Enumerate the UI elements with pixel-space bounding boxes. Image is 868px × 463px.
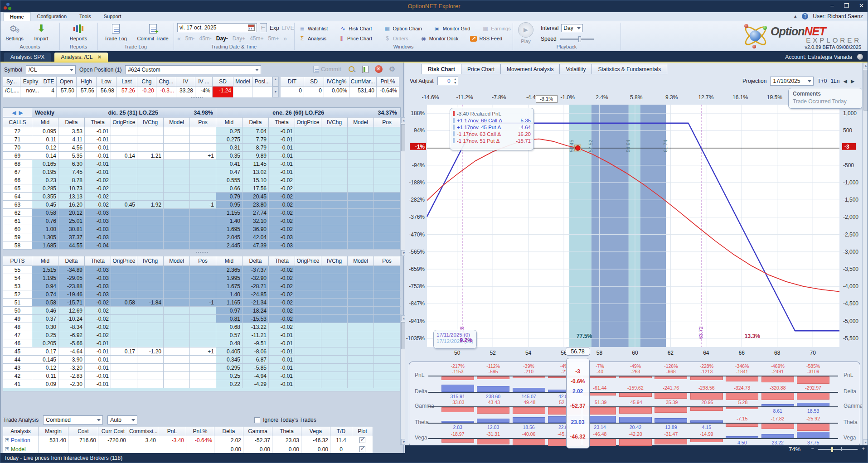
calls-row[interactable]: 710.114.11-0.010.2757.79-0.01 xyxy=(3,135,401,144)
play-button[interactable]: Play xyxy=(518,22,533,44)
chain-col-header[interactable]: Model xyxy=(348,117,374,127)
puts-row[interactable]: 480.30-8.34-0.020.68-13.22-0.02 xyxy=(3,323,401,331)
expiry-header[interactable]: ene. 26 (60) LO.F2634.37% xyxy=(216,108,400,117)
tab-analysis-cl[interactable]: Analysis: /CL✕ xyxy=(54,53,108,62)
quote-col-header[interactable]: DTE xyxy=(41,77,57,87)
watchlist-button[interactable]: ≣Watchlist xyxy=(299,24,328,33)
chain-col-header[interactable]: OrigPrice xyxy=(111,117,137,127)
prev-expiry-icon[interactable]: ◀ xyxy=(12,110,16,116)
chain-col-header[interactable]: Pos xyxy=(190,117,216,127)
analysis-col-header[interactable]: PnL xyxy=(158,426,186,436)
calls-row[interactable]: 581.68544.55-0.042.44547.39-0.03 xyxy=(3,241,401,250)
puts-row[interactable]: 470.25-6.92-0.020.57-11.21-0.01 xyxy=(3,331,401,339)
calls-row[interactable]: 700.124.56-0.010.318.79-0.01 xyxy=(3,144,401,152)
calls-row[interactable]: 670.1957.45-0.010.4713.02-0.01 xyxy=(3,168,401,176)
resize-handle[interactable] xyxy=(196,252,208,254)
settings-button[interactable]: ⚙⚙ Settings xyxy=(2,22,27,41)
chain-col-header[interactable]: IVChg xyxy=(137,117,164,127)
calendar-icon[interactable] xyxy=(248,24,255,31)
quote-col-header[interactable]: IV xyxy=(176,77,195,87)
chain-col-header[interactable]: Mid xyxy=(216,256,242,266)
analysis-col-header[interactable]: Margin xyxy=(39,426,68,436)
chain-col-header[interactable]: Theta xyxy=(85,117,111,127)
chain-col-header[interactable]: IVChg xyxy=(321,117,348,127)
quote-col-header[interactable]: Expiry xyxy=(20,77,41,87)
risk-chart-button[interactable]: ∿Risk Chart xyxy=(339,24,372,33)
prev-arrow-icon[interactable]: ◀ xyxy=(843,78,847,84)
next-arrow-icon[interactable]: ▶ xyxy=(851,78,854,84)
analysis-col-header[interactable]: Commissi... xyxy=(128,426,158,436)
calls-row[interactable]: 650.28510.73-0.020.6617.56-0.02 xyxy=(3,184,401,193)
monitor-grid-button[interactable]: ▣Monitor Grid xyxy=(434,24,470,33)
analysis-col-header[interactable]: Vega xyxy=(301,426,330,436)
quote-col-header[interactable]: Last xyxy=(116,77,137,87)
time-step-5m-[interactable]: 5m- xyxy=(185,35,195,42)
commit-trade-button[interactable]: + Commit Trade xyxy=(135,22,171,41)
quote-col-header[interactable]: Low xyxy=(97,77,116,87)
analysis-col-header[interactable]: Delta xyxy=(214,426,243,436)
calls-row[interactable]: 610.7625.01-0.031.4032.10-0.02 xyxy=(3,217,401,225)
settings-gear-icon[interactable]: ⚙ xyxy=(389,65,395,73)
chain-col-header[interactable]: Delta xyxy=(242,256,269,266)
analysis-col-header[interactable]: Theta xyxy=(272,426,301,436)
quote-col-header[interactable]: IV ... xyxy=(195,77,213,87)
puts-row[interactable]: 520.74-19.46-0.031.40-24.85-0.02 xyxy=(3,290,401,299)
tab-volatility[interactable]: Volatility xyxy=(560,64,592,74)
delete-icon[interactable]: ✕ xyxy=(375,65,383,73)
chain-col-header[interactable]: Theta xyxy=(269,117,295,127)
calls-row[interactable]: 630.4516.20-0.020.451.92-10.9523.80-0.02 xyxy=(3,201,401,209)
zoom-out-icon[interactable]: − xyxy=(811,446,814,451)
reports-button[interactable]: Reports xyxy=(66,22,91,41)
tab-risk-chart[interactable]: Risk Chart xyxy=(422,64,461,74)
grid-view-icon[interactable] xyxy=(362,66,369,73)
search-icon[interactable] xyxy=(348,65,356,73)
quote-scrollbar[interactable]: ▼ xyxy=(272,87,279,97)
chain-col-header[interactable]: IVChg xyxy=(137,256,164,266)
rss-feed-button[interactable]: ↗RSS Feed xyxy=(470,34,502,43)
analysis-mode-select[interactable]: Combined xyxy=(43,415,103,424)
chain-col-header[interactable]: Pos xyxy=(374,117,400,127)
zoom-in-icon[interactable]: + xyxy=(862,446,865,451)
time-step-5m+[interactable]: 5m+ xyxy=(268,35,279,42)
quote-col-header[interactable]: Chg... xyxy=(156,77,176,87)
chain-col-header[interactable]: OrigPrice xyxy=(295,256,321,266)
step-back-icon[interactable]: « xyxy=(177,35,181,42)
quote-row[interactable]: /CL....nov...457.5057.5656.9857.26-0.20-… xyxy=(3,87,399,97)
vol-adjust-spinner[interactable]: 0▲▼ xyxy=(437,77,458,85)
chain-col-header[interactable]: Delta xyxy=(58,117,85,127)
calls-row[interactable]: 660.238.78-0.020.55515.10-0.02 xyxy=(3,176,401,184)
analysis-col-header[interactable]: T/D xyxy=(330,426,352,436)
minimize-button[interactable]: – xyxy=(830,2,834,9)
chain-col-header[interactable]: Mid xyxy=(32,117,58,127)
analysis-row-name[interactable]: Position xyxy=(3,436,39,445)
trade-log-button[interactable]: Trade Log xyxy=(101,22,130,41)
chain-col-header[interactable]: Theta xyxy=(269,256,295,266)
price-chart-button[interactable]: ⫼Price Chart xyxy=(338,34,372,43)
chain-col-header[interactable]: Theta xyxy=(85,256,111,266)
monitor-dock-button[interactable]: ◉Monitor Dock xyxy=(420,34,459,43)
analysis-col-header[interactable]: Plot xyxy=(352,426,373,436)
calls-row[interactable]: 591.30537.37-0.032.04542.04-0.03 xyxy=(3,233,401,241)
analysis-row[interactable]: Position531.40716.60-720.003.40-3.40-0.6… xyxy=(3,436,373,445)
expander-icon[interactable] xyxy=(5,438,9,442)
calls-row[interactable]: 620.5820.12-0.031.15527.74-0.02 xyxy=(3,209,401,217)
quote-col-header[interactable]: CurrMar... xyxy=(349,77,377,87)
tab-statistics-fundamentals[interactable]: Statistics & Fundamentals xyxy=(592,64,667,74)
chain-col-header[interactable]: Delta xyxy=(58,256,85,266)
maximize-button[interactable]: ❒ xyxy=(844,2,849,9)
analysis-col-header[interactable]: PnL% xyxy=(186,426,214,436)
puts-row[interactable]: 420.11-2.83-0.010.25-4.94-0.01 xyxy=(3,372,401,380)
puts-row[interactable]: 510.58-15.71-0.020.58-1.84-11.165-21.34-… xyxy=(3,299,401,307)
expiry-header[interactable]: Weeklydic. 25 (31) LO.Z2534.98% xyxy=(32,108,216,117)
quote-col-header[interactable]: Sy... xyxy=(3,77,20,87)
puts-row[interactable]: 541.195-29.05-0.031.995-32.90-0.02 xyxy=(3,274,401,282)
next-expiry-icon[interactable]: ▶ xyxy=(19,110,24,116)
chain-col-header[interactable]: Model xyxy=(164,256,190,266)
calls-row[interactable]: 720.0953.53-0.010.257.04-0.01 xyxy=(3,127,401,135)
chain-col-header[interactable]: IVChg xyxy=(321,256,348,266)
puts-row[interactable]: 530.94-23.88-0.031.675-28.71-0.02 xyxy=(3,282,401,290)
ignore-trades-checkbox[interactable] xyxy=(254,417,260,423)
tab-analysis-spx[interactable]: Analysis: SPX xyxy=(4,53,51,62)
plot-checkbox[interactable] xyxy=(359,446,365,452)
quote-col-header[interactable]: PnL% xyxy=(377,77,399,87)
